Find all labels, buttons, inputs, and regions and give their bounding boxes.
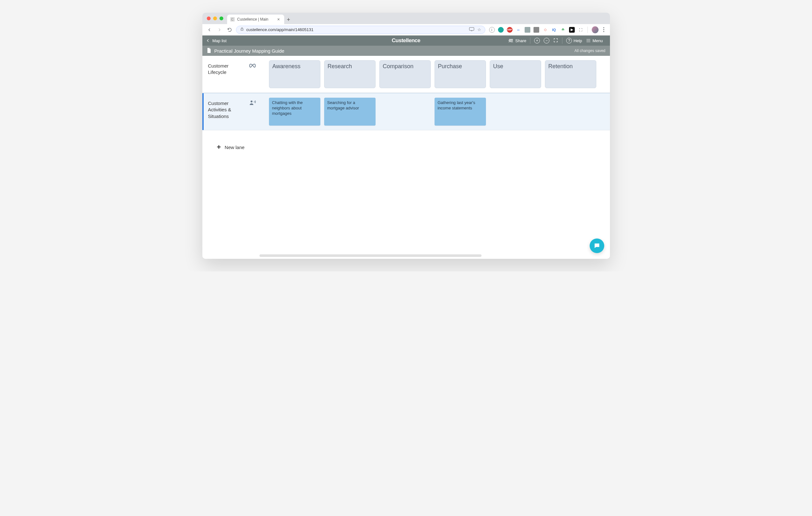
help-icon: ? xyxy=(566,38,572,44)
new-tab-button[interactable]: + xyxy=(284,15,293,24)
maximize-window-button[interactable] xyxy=(220,17,223,20)
horizontal-scrollbar[interactable] xyxy=(259,254,482,257)
lane-title[interactable]: Customer Lifecycle xyxy=(208,63,246,88)
activity-card[interactable]: Searching for a mortgage advisor xyxy=(324,98,376,125)
video-ext-icon[interactable] xyxy=(533,27,539,33)
document-icon xyxy=(207,48,211,54)
svg-rect-0 xyxy=(469,28,474,30)
browser-tab[interactable]: C Custellence | Main × xyxy=(227,15,284,24)
activity-card[interactable]: Chatting with the neighbors about mortga… xyxy=(269,98,320,125)
profile-avatar[interactable] xyxy=(591,26,599,33)
activity-card[interactable]: Gathering last year's income statements xyxy=(435,98,486,125)
chrome-menu-button[interactable] xyxy=(601,27,607,32)
bookmark-star-icon[interactable]: ☆ xyxy=(477,27,481,32)
menu-label: Menu xyxy=(592,38,603,43)
stage-card[interactable]: Comparison xyxy=(379,60,431,88)
intercom-chat-button[interactable] xyxy=(590,238,604,253)
back-button[interactable] xyxy=(206,26,213,34)
stage-label: Purchase xyxy=(438,63,462,69)
url-text: custellence.com/app/main/14605131 xyxy=(246,27,314,32)
info-icon[interactable]: i xyxy=(489,27,495,33)
browser-window: C Custellence | Main × + custellence.com… xyxy=(202,13,610,259)
zoom-in-button[interactable]: + xyxy=(534,38,540,44)
stage-label: Research xyxy=(328,63,352,69)
share-button[interactable]: Share xyxy=(508,38,526,43)
empty-slot[interactable] xyxy=(379,98,431,125)
share-label: Share xyxy=(516,38,526,43)
plus-icon: + xyxy=(217,143,221,151)
adblock-icon[interactable]: ABP xyxy=(507,27,513,33)
menu-button[interactable]: Menu xyxy=(586,38,603,43)
chrome-toolbar: custellence.com/app/main/14605131 ☆ i AB… xyxy=(202,24,610,35)
stage-label: Retention xyxy=(548,63,573,69)
journey-board: Customer Lifecycle Awareness Research Co… xyxy=(202,56,610,259)
stage-label: Awareness xyxy=(272,63,301,69)
lane-activities[interactable]: Customer Activities & Situations Chattin… xyxy=(202,93,610,130)
app-topbar: Map list Custellence Share + − ? xyxy=(202,35,610,46)
document-title[interactable]: Practical Journey Mapping Guide xyxy=(214,48,285,54)
hex-ext-icon[interactable]: ◇ xyxy=(542,27,548,33)
svg-point-2 xyxy=(511,39,513,41)
lane-lifecycle[interactable]: Customer Lifecycle Awareness Research Co… xyxy=(202,56,610,93)
back-to-maplist-button[interactable]: Map list xyxy=(206,38,227,43)
maplist-label: Map list xyxy=(212,38,227,43)
extensions-area: i ABP ∞ ◇ IQ ☘ ▶ ⛶ xyxy=(488,27,585,33)
leaf-ext-icon[interactable]: ☘ xyxy=(560,27,566,33)
svg-point-1 xyxy=(509,39,511,41)
save-status: All changes saved xyxy=(574,49,605,53)
lane-cards: Chatting with the neighbors about mortga… xyxy=(259,93,610,130)
lane-title[interactable]: Customer Activities & Situations xyxy=(208,100,247,125)
infinity-icon xyxy=(249,63,256,88)
help-label: Help xyxy=(574,38,582,43)
chat-ext-icon[interactable] xyxy=(525,27,530,33)
lock-icon xyxy=(240,27,244,32)
lane-cards: Awareness Research Comparison Purchase U… xyxy=(259,56,610,93)
new-lane-label: New lane xyxy=(225,145,244,150)
address-bar[interactable]: custellence.com/app/main/14605131 ☆ xyxy=(236,26,485,34)
stage-card[interactable]: Awareness xyxy=(269,60,320,88)
stage-label: Use xyxy=(493,63,503,69)
reload-button[interactable] xyxy=(226,26,233,34)
chrome-tabbar: C Custellence | Main × + xyxy=(202,13,610,24)
person-voice-icon xyxy=(249,100,256,125)
stage-card[interactable]: Retention xyxy=(545,60,596,88)
activity-text: Gathering last year's income statements xyxy=(438,100,475,110)
tab-favicon: C xyxy=(230,17,235,22)
tab-close-icon[interactable]: × xyxy=(277,17,280,22)
activity-text: Searching for a mortgage advisor xyxy=(327,100,359,110)
link-icon[interactable]: ∞ xyxy=(516,27,521,33)
zoom-out-button[interactable]: − xyxy=(544,38,549,44)
stage-card[interactable]: Use xyxy=(490,60,541,88)
stage-label: Comparison xyxy=(383,63,414,69)
app-logo: Custellence xyxy=(392,37,420,44)
new-lane-button[interactable]: + New lane xyxy=(202,130,610,154)
extension-teal-icon[interactable] xyxy=(498,27,504,33)
stage-card[interactable]: Research xyxy=(324,60,376,88)
fullscreen-button[interactable] xyxy=(553,38,558,44)
iq-ext-icon[interactable]: IQ xyxy=(551,27,557,33)
help-button[interactable]: ? Help xyxy=(566,38,582,44)
crop-ext-icon[interactable]: ⛶ xyxy=(578,27,584,33)
close-window-button[interactable] xyxy=(207,17,211,20)
stage-card[interactable]: Purchase xyxy=(435,60,486,88)
cast-icon[interactable] xyxy=(469,27,474,32)
forward-button[interactable] xyxy=(216,26,223,34)
tab-title: Custellence | Main xyxy=(237,17,269,22)
activity-text: Chatting with the neighbors about mortga… xyxy=(272,100,303,116)
window-controls xyxy=(206,13,225,24)
app-subheader: Practical Journey Mapping Guide All chan… xyxy=(202,46,610,56)
play-ext-icon[interactable]: ▶ xyxy=(569,27,575,33)
svg-point-3 xyxy=(251,101,253,103)
minimize-window-button[interactable] xyxy=(213,17,217,20)
